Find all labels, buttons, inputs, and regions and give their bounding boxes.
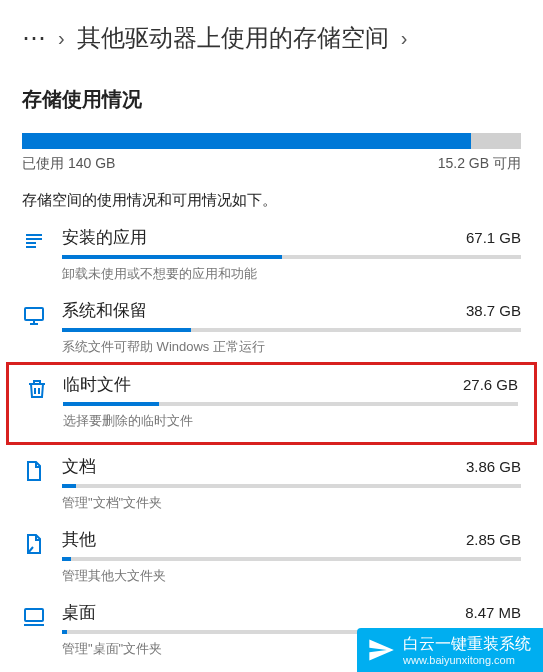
breadcrumb: ⋯ › 其他驱动器上使用的存储空间 › [0, 0, 543, 72]
category-bar [62, 255, 521, 259]
brand-url: www.baiyunxitong.com [403, 654, 531, 666]
category-size: 67.1 GB [466, 229, 521, 246]
category-size: 27.6 GB [463, 376, 518, 393]
other-icon [22, 528, 50, 556]
category-bar [62, 484, 521, 488]
storage-used-label: 已使用 140 GB [22, 155, 115, 173]
storage-bar-fill [22, 133, 471, 149]
category-bar [62, 328, 521, 332]
category-bar-fill [63, 402, 159, 406]
category-bar-fill [62, 630, 67, 634]
breadcrumb-title: 其他驱动器上使用的存储空间 [77, 22, 389, 54]
category-title: 临时文件 [63, 373, 131, 396]
brand-logo-icon [367, 636, 395, 664]
system-icon [22, 299, 50, 327]
chevron-right-icon: › [58, 27, 65, 50]
brand-badge: 白云一键重装系统 www.baiyunxitong.com [357, 628, 543, 672]
category-title: 系统和保留 [62, 299, 147, 322]
category-size: 8.47 MB [465, 604, 521, 621]
storage-free-label: 15.2 GB 可用 [438, 155, 521, 173]
category-title: 文档 [62, 455, 96, 478]
category-subtext: 管理其他大文件夹 [62, 567, 521, 585]
storage-bar [22, 133, 521, 149]
trash-icon [25, 373, 53, 401]
storage-stats: 已使用 140 GB 15.2 GB 可用 [22, 155, 521, 173]
category-size: 2.85 GB [466, 531, 521, 548]
category-bar [63, 402, 518, 406]
category-item-2[interactable]: 临时文件27.6 GB选择要删除的临时文件 [25, 371, 518, 432]
breadcrumb-ellipsis[interactable]: ⋯ [22, 24, 46, 52]
brand-name: 白云一键重装系统 [403, 634, 531, 655]
desktop-icon [22, 601, 50, 629]
category-subtext: 系统文件可帮助 Windows 正常运行 [62, 338, 521, 356]
document-icon [22, 455, 50, 483]
category-list: 安装的应用67.1 GB卸载未使用或不想要的应用和功能系统和保留38.7 GB系… [0, 216, 543, 664]
category-item-1[interactable]: 系统和保留38.7 GB系统文件可帮助 Windows 正常运行 [0, 289, 543, 362]
category-subtext: 卸载未使用或不想要的应用和功能 [62, 265, 521, 283]
category-subtext: 选择要删除的临时文件 [63, 412, 518, 430]
category-size: 38.7 GB [466, 302, 521, 319]
category-bar-fill [62, 328, 191, 332]
category-bar-fill [62, 557, 71, 561]
category-subtext: 管理"文档"文件夹 [62, 494, 521, 512]
apps-icon [22, 226, 50, 254]
section-title: 存储使用情况 [0, 72, 543, 121]
usage-description: 存储空间的使用情况和可用情况如下。 [22, 191, 521, 210]
category-title: 桌面 [62, 601, 96, 624]
category-title: 安装的应用 [62, 226, 147, 249]
category-bar [62, 557, 521, 561]
chevron-right-icon: › [401, 27, 408, 50]
category-item-4[interactable]: 其他2.85 GB管理其他大文件夹 [0, 518, 543, 591]
category-bar-fill [62, 255, 282, 259]
category-item-3[interactable]: 文档3.86 GB管理"文档"文件夹 [0, 445, 543, 518]
category-item-0[interactable]: 安装的应用67.1 GB卸载未使用或不想要的应用和功能 [0, 216, 543, 289]
category-bar-fill [62, 484, 76, 488]
category-title: 其他 [62, 528, 96, 551]
category-size: 3.86 GB [466, 458, 521, 475]
